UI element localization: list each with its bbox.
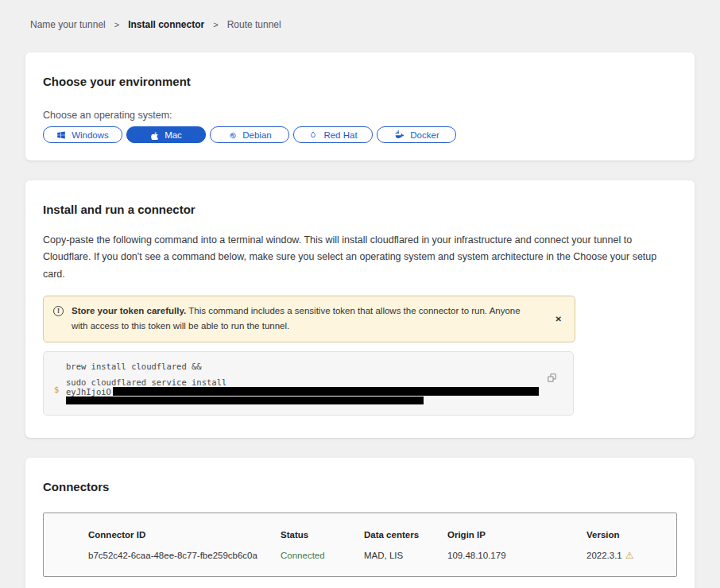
code-line-brew-install: brew install cloudflared &&: [66, 362, 541, 371]
install-connector-card: Install and run a connector Copy-paste t…: [25, 180, 695, 438]
token-warning-text: Store your token carefully. This command…: [72, 304, 525, 335]
environment-card: Choose your environment Choose an operat…: [25, 52, 695, 161]
breadcrumb-step-install-connector[interactable]: Install connector: [128, 19, 204, 30]
os-button-redhat[interactable]: Red Hat: [293, 126, 373, 143]
environment-card-title: Choose your environment: [43, 75, 677, 88]
header-status: Status: [281, 530, 364, 540]
token-warning-banner: ! Store your token carefully. This comma…: [43, 296, 575, 342]
apple-logo-icon: [150, 130, 159, 140]
token-warning-bold: Store your token carefully.: [72, 306, 186, 315]
debian-swirl-icon: [227, 130, 237, 140]
token-prefix: eyJhIjoiO: [66, 387, 111, 397]
redacted-token-bar: [66, 397, 424, 404]
breadcrumb-separator: >: [114, 20, 119, 29]
install-command-code-block: $ brew install cloudflared && sudo cloud…: [43, 351, 574, 416]
redhat-icon: [308, 130, 318, 140]
connectors-card-title: Connectors: [43, 480, 677, 493]
install-card-title: Install and run a connector: [43, 203, 677, 216]
os-select-label: Choose an operating system:: [43, 110, 677, 121]
cell-version: 2022.3.1⚠: [586, 550, 668, 561]
docker-whale-icon: [393, 130, 405, 139]
header-version: Version: [586, 530, 668, 540]
os-button-windows[interactable]: Windows: [43, 126, 122, 143]
cell-connector-id: b7c52c42-6caa-48ee-8c77-fbe259cb6c0a: [88, 551, 281, 560]
connectors-card: Connectors Connector ID Status Data cent…: [25, 458, 695, 588]
cell-data-centers: MAD, LIS: [364, 551, 447, 560]
redacted-token-bar: [113, 387, 539, 396]
os-button-label: Red Hat: [323, 130, 357, 140]
windows-logo-icon: [56, 130, 66, 140]
os-button-label: Debian: [242, 130, 271, 140]
install-description: Copy-paste the following command into a …: [43, 232, 677, 283]
connectors-table-header: Connector ID Status Data centers Origin …: [88, 530, 668, 540]
breadcrumb: Name your tunnel > Install connector > R…: [0, 0, 720, 30]
breadcrumb-step-name-your-tunnel[interactable]: Name your tunnel: [30, 19, 106, 30]
header-data-centers: Data centers: [364, 530, 447, 540]
close-icon[interactable]: ✕: [552, 313, 565, 325]
os-button-label: Mac: [165, 130, 182, 140]
os-button-mac[interactable]: Mac: [126, 126, 206, 143]
shell-prompt: $: [54, 385, 59, 394]
header-origin-ip: Origin IP: [447, 530, 586, 540]
code-line-service-install: sudo cloudflared service install: [66, 378, 541, 387]
breadcrumb-separator: >: [213, 20, 218, 29]
exclamation-circle-icon: !: [53, 306, 64, 316]
breadcrumb-step-route-tunnel[interactable]: Route tunnel: [227, 19, 281, 30]
table-row: b7c52c42-6caa-48ee-8c77-fbe259cb6c0a Con…: [88, 550, 668, 561]
warning-triangle-icon: ⚠: [625, 550, 634, 561]
code-line-token: eyJhIjoiO: [66, 387, 541, 397]
os-button-debian[interactable]: Debian: [210, 126, 289, 143]
cell-origin-ip: 109.48.10.179: [447, 551, 586, 560]
os-button-docker[interactable]: Docker: [377, 126, 456, 143]
os-button-group: Windows Mac Debian Red Hat Docker: [43, 126, 677, 143]
header-connector-id: Connector ID: [88, 530, 281, 540]
version-value: 2022.3.1: [586, 551, 622, 560]
os-button-label: Windows: [72, 130, 109, 140]
os-button-label: Docker: [410, 130, 439, 140]
copy-icon[interactable]: [546, 372, 558, 386]
status-badge: Connected: [281, 551, 364, 560]
connectors-table: Connector ID Status Data centers Origin …: [43, 513, 677, 577]
